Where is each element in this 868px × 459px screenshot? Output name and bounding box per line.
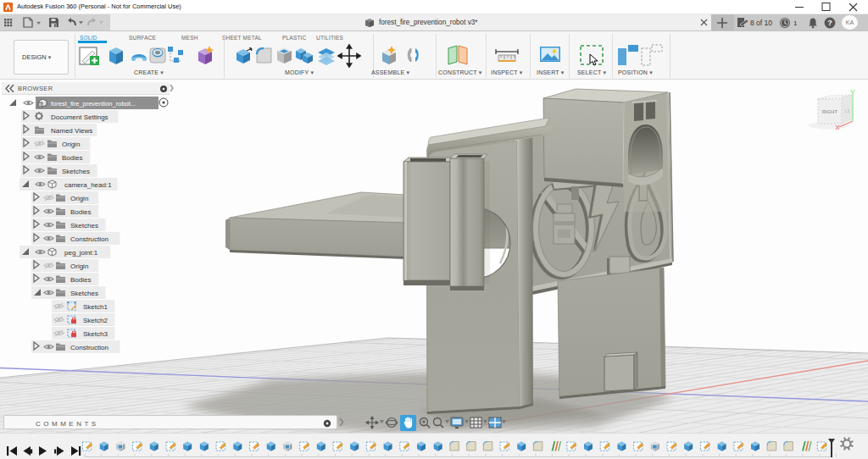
- svg-text:L3: L3: [845, 109, 850, 113]
- svg-text:Construction: Construction: [70, 235, 108, 243]
- svg-text:peg_joint:1: peg_joint:1: [64, 249, 98, 257]
- svg-text:forest_fire_prevention_robot..: forest_fire_prevention_robot...: [51, 100, 136, 108]
- svg-text:Sketch1: Sketch1: [83, 303, 108, 311]
- svg-text:Bodies: Bodies: [62, 154, 82, 162]
- svg-text:Construction: Construction: [70, 344, 108, 351]
- svg-text:Sketches: Sketches: [70, 222, 98, 230]
- svg-text:Bodies: Bodies: [70, 208, 91, 216]
- svg-text:Bodies: Bodies: [70, 276, 91, 284]
- svg-text:Sketches: Sketches: [70, 290, 98, 297]
- svg-text:RIGHT: RIGHT: [822, 109, 838, 114]
- svg-text:Sketches: Sketches: [62, 168, 90, 175]
- svg-text:camera_head:1: camera_head:1: [64, 181, 112, 189]
- svg-text:Sketch3: Sketch3: [83, 330, 108, 338]
- svg-text:Named Views: Named Views: [51, 127, 92, 135]
- svg-text:?: ?: [827, 19, 832, 27]
- svg-text:Document Settings: Document Settings: [51, 113, 108, 121]
- svg-text:Origin: Origin: [62, 141, 80, 148]
- svg-text:Origin: Origin: [70, 195, 88, 202]
- svg-text:Origin: Origin: [70, 263, 88, 270]
- svg-text:Sketch2: Sketch2: [83, 317, 108, 324]
